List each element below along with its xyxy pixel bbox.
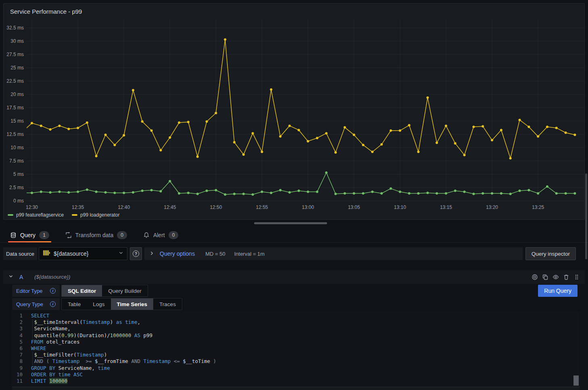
x-axis-tick-label: 12:30 xyxy=(19,204,45,210)
query-type-table[interactable]: Table xyxy=(62,298,87,310)
query-type-logs[interactable]: Logs xyxy=(87,298,111,310)
x-axis-tick-label: 13:25 xyxy=(525,204,551,210)
code-line[interactable]: 7 $__timeFilter(Timestamp) xyxy=(12,352,580,358)
query-type-time-series[interactable]: Time Series xyxy=(111,298,154,310)
line-number: 11 xyxy=(12,378,23,384)
line-content: $__timeFilter(Timestamp) xyxy=(31,352,107,358)
code-line[interactable]: 4 quantile(0.99)(Duration)/1000000 AS p9… xyxy=(12,332,580,339)
line-number: 3 xyxy=(12,325,23,332)
editor-scrollbar-thumb[interactable] xyxy=(573,375,579,386)
y-axis-tick-label: 10 ms xyxy=(4,144,24,151)
x-axis-tick-label: 12:50 xyxy=(203,204,229,210)
panel-title: Service Performance - p99 xyxy=(10,8,82,15)
drag-handle-icon[interactable] xyxy=(573,274,580,280)
delete-query-icon[interactable] xyxy=(563,274,569,280)
tab-transform-data[interactable]: Transform data 0 xyxy=(63,227,129,242)
tab-transform-label: Transform data xyxy=(75,232,113,238)
clickhouse-datasource-icon xyxy=(42,249,50,259)
y-axis-tick-label: 20 ms xyxy=(4,91,24,98)
line-content: quantile(0.99)(Duration)/1000000 AS p99 xyxy=(31,332,152,339)
query-type-label: Query Type i xyxy=(12,298,60,310)
collapse-chevron-icon[interactable] xyxy=(8,273,14,281)
editor-resize-handle[interactable] xyxy=(12,387,580,390)
code-line[interactable]: 11LIMIT 100000 xyxy=(12,378,580,384)
x-axis-tick-label: 13:15 xyxy=(433,204,459,210)
y-axis-tick-label: 12.5 ms xyxy=(4,131,24,138)
code-line[interactable]: 1SELECT xyxy=(12,313,580,319)
transform-icon xyxy=(65,232,72,238)
x-axis-tick-label: 13:05 xyxy=(341,204,367,210)
sql-lines: 1SELECT2 $__timeInterval(Timestamp) as t… xyxy=(12,313,580,384)
x-axis-tick-label: 13:20 xyxy=(479,204,505,210)
legend-item[interactable]: p99 loadgenerator xyxy=(72,212,119,218)
y-axis-tick-label: 15 ms xyxy=(4,118,24,124)
code-line[interactable]: 8 AND ( Timestamp >= $__fromTime AND Tim… xyxy=(12,358,580,365)
info-icon[interactable]: i xyxy=(50,288,56,294)
line-number: 5 xyxy=(12,339,23,345)
line-content: $__timeInterval(Timestamp) as time, xyxy=(31,319,140,325)
code-line[interactable]: 2 $__timeInterval(Timestamp) as time, xyxy=(12,319,580,325)
query-options-link[interactable]: Query options xyxy=(160,250,195,257)
y-axis-tick-label: 30 ms xyxy=(4,38,24,44)
tab-query-count: 1 xyxy=(39,231,49,239)
info-icon[interactable]: i xyxy=(50,301,56,307)
tab-alert[interactable]: Alert 0 xyxy=(141,227,180,242)
y-axis-tick-label: 7.5 ms xyxy=(4,158,24,164)
legend-series-label: p99 featureflagservice xyxy=(16,212,64,218)
x-axis-tick-label: 12:40 xyxy=(111,204,137,210)
line-content: ORDER BY time ASC xyxy=(31,371,83,378)
y-axis-tick-label: 25 ms xyxy=(4,65,24,71)
code-line[interactable]: 9GROUP BY ServiceName, time xyxy=(12,365,580,371)
query-options-bar[interactable]: Query options MD = 50 Interval = 1m xyxy=(144,247,523,260)
line-number: 1 xyxy=(12,313,23,319)
legend-item[interactable]: p99 featureflagservice xyxy=(8,212,64,218)
editor-type-query-builder[interactable]: Query Builder xyxy=(102,285,148,296)
x-axis-tick-label: 13:00 xyxy=(295,204,321,210)
datasource-picker[interactable]: ${datasource} xyxy=(39,247,127,260)
query-type-label-text: Query Type xyxy=(16,301,43,307)
line-content: FROM otel_traces xyxy=(31,339,79,345)
editor-type-sql-editor[interactable]: SQL Editor xyxy=(62,285,102,296)
y-axis-tick-label: 5 ms xyxy=(4,171,24,177)
y-axis-tick-label: 27.5 ms xyxy=(4,51,24,58)
tab-query-label: Query xyxy=(20,232,35,238)
line-content: ServiceName, xyxy=(31,325,71,332)
tab-alert-label: Alert xyxy=(153,232,165,238)
editor-type-label-text: Editor Type xyxy=(16,288,43,294)
hide-query-icon[interactable] xyxy=(553,274,559,280)
line-number: 9 xyxy=(12,365,23,371)
line-number: 7 xyxy=(12,352,23,358)
query-inspector-button[interactable]: Query inspector xyxy=(525,247,576,260)
max-data-points-value: MD = 50 xyxy=(205,251,225,257)
x-axis-tick-label: 12:45 xyxy=(157,204,183,210)
datasource-help-button[interactable]: ? xyxy=(130,247,142,260)
code-line[interactable]: 6WHERE xyxy=(12,345,580,352)
chevron-right-icon xyxy=(149,250,154,257)
code-line[interactable]: 3 ServiceName, xyxy=(12,325,580,332)
code-line[interactable]: 10ORDER BY time ASC xyxy=(12,371,580,378)
line-number: 8 xyxy=(12,358,23,365)
query-type-traces[interactable]: Traces xyxy=(153,298,182,310)
y-axis-tick-label: 2.5 ms xyxy=(4,184,24,191)
line-number: 4 xyxy=(12,332,23,339)
chart-legend: p99 featureflagservicep99 loadgenerator xyxy=(8,212,120,218)
y-axis-tick-label: 22.5 ms xyxy=(4,78,24,84)
disable-query-icon[interactable] xyxy=(532,274,538,280)
query-datasource-hint: (${datasource}) xyxy=(34,274,70,280)
run-query-button[interactable]: Run Query xyxy=(538,285,578,297)
horizontal-scrollbar[interactable] xyxy=(254,222,327,224)
page-scrollbar[interactable] xyxy=(585,173,587,259)
datasource-value: ${datasource} xyxy=(54,250,88,257)
code-line[interactable]: 5FROM otel_traces xyxy=(12,339,580,345)
query-actions xyxy=(532,274,580,280)
query-type-group: Table Logs Time Series Traces xyxy=(61,298,182,310)
sql-code-editor[interactable]: 1SELECT2 $__timeInterval(Timestamp) as t… xyxy=(12,311,580,387)
query-row-header[interactable]: A (${datasource}) xyxy=(3,270,585,284)
editor-type-label: Editor Type i xyxy=(12,285,60,297)
chevron-down-icon xyxy=(118,250,124,257)
tab-query[interactable]: Query 1 xyxy=(8,227,51,242)
timeseries-plot[interactable] xyxy=(27,16,584,205)
editor-tabs: Query 1 Transform data 0 Alert 0 xyxy=(0,227,588,243)
duplicate-query-icon[interactable] xyxy=(542,274,548,280)
chart-panel: Service Performance - p99 0 ms2.5 ms5 ms… xyxy=(3,3,585,220)
